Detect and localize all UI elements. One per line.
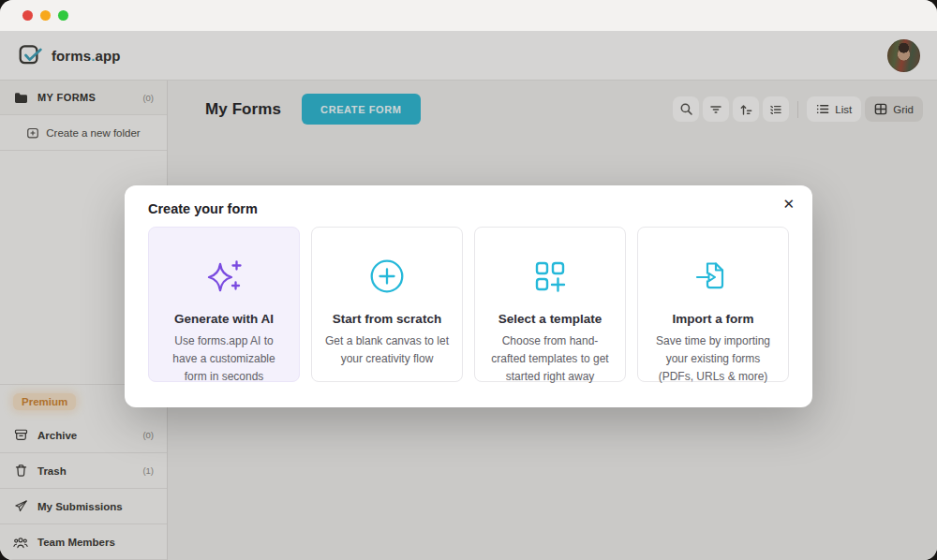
zoom-window-button[interactable] — [58, 10, 68, 21]
card-description: Use forms.app AI to have a customizable … — [161, 332, 287, 386]
template-grid-icon — [487, 249, 613, 303]
card-title: Start from scratch — [324, 312, 450, 326]
card-generate-with-ai[interactable]: Generate with AI Use forms.app AI to hav… — [148, 227, 300, 382]
card-description: Save time by importing your existing for… — [650, 332, 776, 386]
card-title: Select a template — [487, 312, 613, 326]
card-description: Get a blank canvas to let your creativit… — [324, 332, 450, 368]
card-select-a-template[interactable]: Select a template Choose from hand-craft… — [474, 227, 626, 382]
close-icon[interactable]: ✕ — [781, 195, 796, 213]
card-description: Choose from hand-crafted templates to ge… — [487, 332, 613, 386]
ai-sparkles-icon — [161, 249, 287, 303]
import-file-icon — [650, 249, 776, 303]
modal-title: Create your form — [148, 201, 789, 216]
minimize-window-button[interactable] — [40, 10, 51, 21]
card-title: Import a form — [650, 312, 776, 326]
macos-titlebar — [0, 0, 937, 31]
card-title: Generate with AI — [161, 312, 287, 326]
close-window-button[interactable] — [22, 10, 33, 21]
create-form-modal: Create your form ✕ Generate with AI Use … — [125, 185, 812, 407]
card-start-from-scratch[interactable]: Start from scratch Get a blank canvas to… — [311, 227, 463, 382]
plus-circle-icon — [324, 249, 450, 303]
card-import-a-form[interactable]: Import a form Save time by importing you… — [637, 227, 789, 382]
app-window: forms.app MY FORMS (0) — [0, 0, 937, 560]
